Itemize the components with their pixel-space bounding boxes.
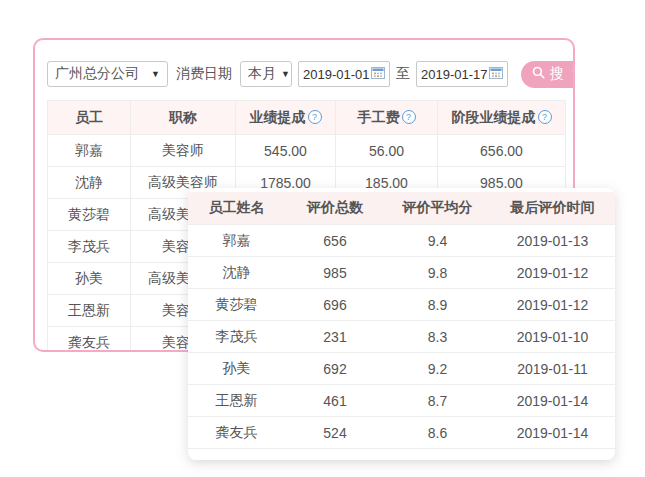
commission-table-header: 员工职称业绩提成?手工费?阶段业绩提成? [48, 101, 566, 135]
column-header-label: 评价总数 [307, 199, 363, 215]
table-row: 李茂兵2318.32019-01-10 [188, 321, 615, 353]
table-cell: 2019-01-12 [490, 257, 615, 289]
table-row: 郭嘉6569.42019-01-13 [188, 225, 615, 257]
table-cell: 9.8 [385, 257, 490, 289]
table-cell: 2019-01-13 [490, 225, 615, 257]
table-cell: 郭嘉 [48, 135, 131, 167]
calendar-icon[interactable] [489, 66, 503, 82]
table-cell: 李茂兵 [188, 321, 285, 353]
table-cell: 8.9 [385, 289, 490, 321]
column-header-label: 职称 [169, 109, 197, 125]
table-cell: 龚友兵 [48, 327, 131, 353]
column-header-label: 阶段业绩提成 [452, 109, 536, 125]
table-cell: 8.3 [385, 321, 490, 353]
table-cell: 2019-01-11 [490, 353, 615, 385]
column-header: 手工费? [336, 101, 438, 135]
chevron-down-icon: ▼ [281, 69, 290, 79]
help-icon[interactable]: ? [538, 110, 552, 124]
table-cell: 2019-01-10 [490, 321, 615, 353]
table-cell: 沈静 [188, 257, 285, 289]
table-cell: 985 [285, 257, 385, 289]
table-cell: 孙美 [48, 263, 131, 295]
search-button[interactable]: 搜 索 [521, 61, 575, 88]
table-cell: 696 [285, 289, 385, 321]
column-header: 业绩提成? [236, 101, 336, 135]
search-icon [532, 66, 545, 82]
table-cell: 8.6 [385, 417, 490, 449]
rating-table: 员工姓名评价总数评价平均分最后评价时间 郭嘉6569.42019-01-13沈静… [188, 192, 615, 449]
column-header: 员工 [48, 101, 131, 135]
column-header-label: 员工姓名 [209, 199, 265, 215]
date-label: 消费日期 [176, 65, 232, 83]
date-to-value: 2019-01-17 [421, 67, 488, 82]
table-cell: 231 [285, 321, 385, 353]
rating-popup: 员工姓名评价总数评价平均分最后评价时间 郭嘉6569.42019-01-13沈静… [188, 188, 615, 460]
table-row: 王恩新4618.72019-01-14 [188, 385, 615, 417]
table-cell: 龚友兵 [188, 417, 285, 449]
table-cell: 黄莎碧 [188, 289, 285, 321]
table-cell: 王恩新 [188, 385, 285, 417]
help-icon[interactable]: ? [308, 110, 322, 124]
table-cell: 李茂兵 [48, 231, 131, 263]
chevron-down-icon: ▼ [151, 69, 160, 79]
table-cell: 656.00 [438, 135, 566, 167]
table-cell: 545.00 [236, 135, 336, 167]
column-header: 评价平均分 [385, 192, 490, 225]
table-row: 郭嘉美容师545.0056.00656.00 [48, 135, 566, 167]
help-icon[interactable]: ? [402, 110, 416, 124]
table-cell: 9.4 [385, 225, 490, 257]
table-cell: 黄莎碧 [48, 199, 131, 231]
period-select[interactable]: 本月 ▼ [240, 61, 292, 87]
table-row: 黄莎碧6968.92019-01-12 [188, 289, 615, 321]
column-header-label: 业绩提成 [250, 109, 306, 125]
table-cell: 524 [285, 417, 385, 449]
column-header: 职称 [131, 101, 236, 135]
rating-table-body: 郭嘉6569.42019-01-13沈静9859.82019-01-12黄莎碧6… [188, 225, 615, 449]
table-cell: 2019-01-12 [490, 289, 615, 321]
column-header: 评价总数 [285, 192, 385, 225]
table-cell: 2019-01-14 [490, 385, 615, 417]
table-cell: 692 [285, 353, 385, 385]
date-from-input[interactable]: 2019-01-01 [298, 61, 390, 87]
table-cell: 656 [285, 225, 385, 257]
column-header: 阶段业绩提成? [438, 101, 566, 135]
column-header: 员工姓名 [188, 192, 285, 225]
table-cell: 沈静 [48, 167, 131, 199]
date-to-input[interactable]: 2019-01-17 [416, 61, 508, 87]
column-header-label: 评价平均分 [403, 199, 473, 215]
table-cell: 美容师 [131, 135, 236, 167]
table-cell: 461 [285, 385, 385, 417]
calendar-icon[interactable] [371, 66, 385, 82]
to-label: 至 [396, 65, 410, 83]
table-row: 龚友兵5248.62019-01-14 [188, 417, 615, 449]
date-from-value: 2019-01-01 [303, 67, 370, 82]
table-row: 沈静9859.82019-01-12 [188, 257, 615, 289]
table-cell: 8.7 [385, 385, 490, 417]
filter-bar: 广州总分公司 ▼ 消费日期 本月 ▼ 2019-01-01 [47, 61, 575, 87]
column-header-label: 最后评价时间 [511, 199, 595, 215]
table-cell: 郭嘉 [188, 225, 285, 257]
branch-select[interactable]: 广州总分公司 ▼ [47, 61, 168, 87]
table-row: 孙美6929.22019-01-11 [188, 353, 615, 385]
branch-select-value: 广州总分公司 [55, 65, 139, 83]
table-cell: 王恩新 [48, 295, 131, 327]
column-header-label: 手工费 [358, 109, 400, 125]
rating-table-header: 员工姓名评价总数评价平均分最后评价时间 [188, 192, 615, 225]
table-cell: 2019-01-14 [490, 417, 615, 449]
table-cell: 孙美 [188, 353, 285, 385]
column-header-label: 员工 [75, 109, 103, 125]
search-button-label: 搜 索 [550, 65, 575, 83]
table-cell: 56.00 [336, 135, 438, 167]
table-cell: 9.2 [385, 353, 490, 385]
period-select-value: 本月 [248, 65, 276, 83]
column-header: 最后评价时间 [490, 192, 615, 225]
